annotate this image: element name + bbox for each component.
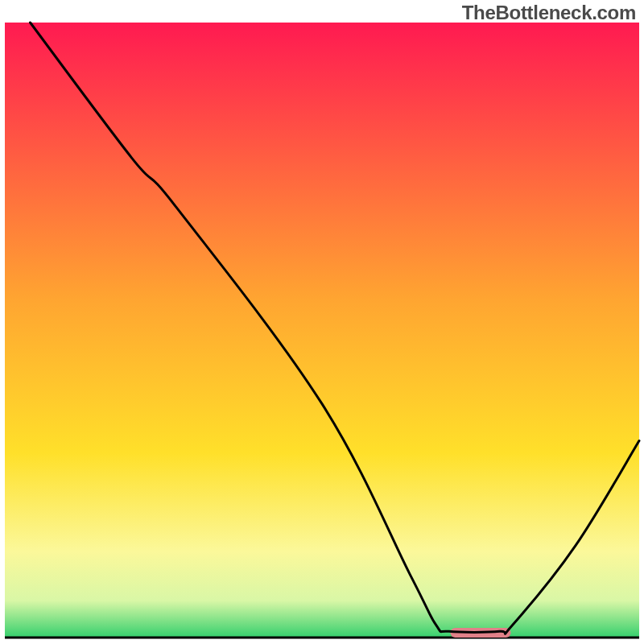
chart-svg [0, 0, 644, 644]
watermark-text: TheBottleneck.com [462, 2, 636, 24]
chart-container: TheBottleneck.com [0, 0, 644, 644]
